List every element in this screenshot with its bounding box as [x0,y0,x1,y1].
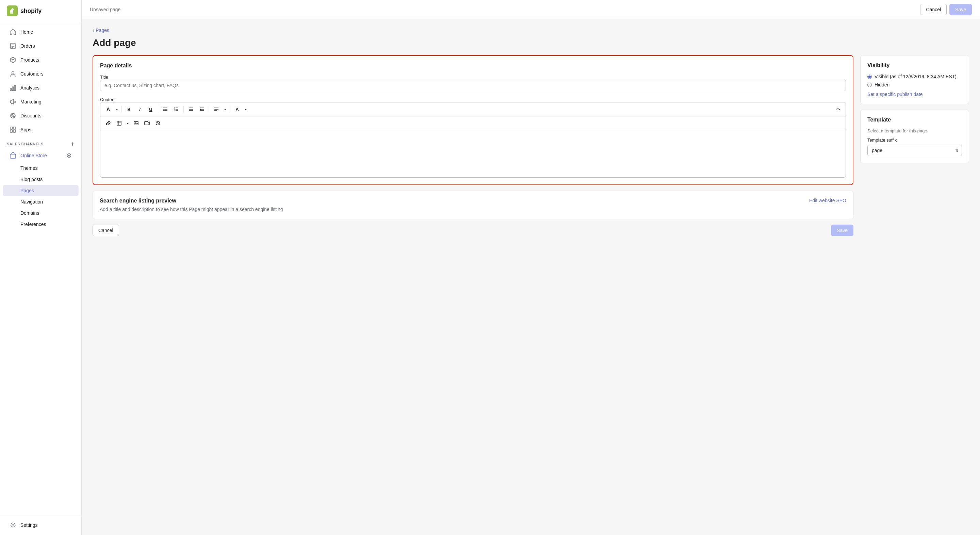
marketing-icon [10,98,16,105]
seo-card-inner: Search engine listing preview Add a titl… [100,198,846,212]
toolbar-block-btn[interactable] [153,118,163,128]
sidebar-item-home[interactable]: Home [3,25,79,39]
sidebar-navigation: Home Orders Products Custo [0,22,81,233]
sidebar-item-orders[interactable]: Orders [3,39,79,53]
toolbar-italic-btn[interactable]: I [135,105,145,114]
svg-point-21 [12,524,14,526]
title-field: Title [100,74,846,91]
toolbar-link-btn[interactable] [103,118,113,128]
analytics-icon [10,84,16,91]
edit-seo-link[interactable]: Edit website SEO [809,198,846,203]
products-icon [10,56,16,63]
sidebar-item-analytics[interactable]: Analytics [3,81,79,95]
seo-card-left: Search engine listing preview Add a titl… [100,198,283,212]
toolbar-table-dropdown-btn[interactable]: ▾ [125,118,130,128]
toolbar-ordered-list-btn[interactable]: 1.2.3. [171,105,181,114]
bottom-cancel-button[interactable]: Cancel [92,225,119,236]
visibility-hidden-option: Hidden [867,82,962,88]
visibility-hidden-label: Hidden [875,82,889,88]
settings-section: Settings [0,515,81,535]
svg-rect-18 [10,154,16,158]
template-card: Template Select a template for this page… [860,110,969,163]
preferences-label: Preferences [21,221,46,227]
svg-rect-9 [12,87,14,91]
sidebar-item-customers[interactable]: Customers [3,67,79,81]
sidebar-item-navigation[interactable]: Navigation [3,196,79,207]
content-label: Content [100,97,116,102]
online-store-icon [10,152,16,159]
toolbar-font-btn[interactable]: A [103,105,113,114]
toolbar-bold-btn[interactable]: B [124,105,134,114]
seo-card: Search engine listing preview Add a titl… [92,191,853,219]
svg-point-47 [135,123,136,123]
breadcrumb[interactable]: ‹ Pages [92,27,969,33]
sidebar-item-label: Analytics [21,85,40,91]
sidebar-item-domains[interactable]: Domains [3,208,79,218]
visibility-options: Visible (as of 12/8/2019, 8:34 AM EST) H… [867,74,962,88]
toolbar-font-dropdown-btn[interactable]: ▾ [114,105,119,114]
svg-point-12 [13,116,14,118]
template-suffix-label: Template suffix [867,137,962,143]
topbar-actions: Cancel Save [920,4,972,15]
online-store-settings-icon[interactable] [66,153,72,158]
toolbar-outdent-btn[interactable] [197,105,207,114]
publish-date-link[interactable]: Set a specific publish date [867,92,923,97]
right-sidebar: Visibility Visible (as of 12/8/2019, 8:3… [860,55,969,169]
toolbar-color-btn[interactable]: A [232,105,242,114]
sidebar-item-themes[interactable]: Themes [3,163,79,174]
toolbar-source-btn[interactable]: <> [833,105,843,114]
svg-point-24 [163,109,164,110]
toolbar-align-dropdown-btn[interactable]: ▾ [222,105,228,114]
toolbar-underline-btn[interactable]: U [146,105,156,114]
template-select[interactable]: page page.contact page.faq [867,145,962,156]
settings-icon [10,522,16,529]
bottom-save-button[interactable]: Save [831,225,853,236]
topbar-cancel-button[interactable]: Cancel [920,4,947,15]
toolbar-separator-3 [183,106,184,113]
toolbar-indent-btn[interactable] [186,105,196,114]
svg-point-19 [67,154,71,158]
visibility-hidden-radio[interactable] [867,83,872,87]
discounts-icon [10,112,16,119]
blog-posts-label: Blog posts [21,177,43,182]
editor-toolbar-row1: A ▾ B I U 1.2. [100,102,846,116]
sales-channels-section: SALES CHANNELS + [0,137,81,148]
sidebar-item-label: Customers [21,71,43,76]
visibility-card: Visibility Visible (as of 12/8/2019, 8:3… [860,55,969,104]
visibility-visible-option: Visible (as of 12/8/2019, 8:34 AM EST) [867,74,962,79]
toolbar-image-btn[interactable] [131,118,141,128]
toolbar-video-btn[interactable] [142,118,152,128]
toolbar-separator-2 [158,106,158,113]
sidebar-item-online-store[interactable]: Online Store [3,149,79,162]
sidebar-item-marketing[interactable]: Marketing [3,95,79,108]
sidebar-item-settings[interactable]: Settings [3,518,79,532]
toolbar-unordered-list-btn[interactable] [160,105,170,114]
visibility-visible-radio[interactable] [867,75,872,79]
sidebar-item-products[interactable]: Products [3,53,79,67]
content-grid: Page details Title Content A ▾ [92,55,969,247]
add-sales-channel-button[interactable]: + [71,141,75,147]
sidebar-item-blog-posts[interactable]: Blog posts [3,174,79,185]
bottom-actions: Cancel Save [92,225,853,247]
sidebar-item-preferences[interactable]: Preferences [3,219,79,230]
svg-point-11 [11,114,13,115]
breadcrumb-label: Pages [95,27,109,33]
settings-label: Settings [21,522,38,528]
left-column: Page details Title Content A ▾ [92,55,853,247]
sidebar-item-discounts[interactable]: Discounts [3,109,79,123]
toolbar-table-btn[interactable] [114,118,124,128]
svg-rect-1 [10,12,13,14]
editor-content-area[interactable] [100,130,846,178]
visibility-title: Visibility [867,62,962,68]
sidebar-item-pages[interactable]: Pages [3,185,79,196]
svg-rect-48 [145,121,148,125]
topbar-save-button[interactable]: Save [950,4,972,15]
title-input[interactable] [100,80,846,91]
home-icon [10,29,16,35]
sidebar-item-label: Orders [21,43,35,49]
toolbar-align-btn[interactable] [211,105,221,114]
sidebar-item-apps[interactable]: Apps [3,123,79,137]
toolbar-color-dropdown-btn[interactable]: ▾ [243,105,248,114]
svg-rect-46 [134,121,138,125]
svg-rect-16 [10,130,13,132]
